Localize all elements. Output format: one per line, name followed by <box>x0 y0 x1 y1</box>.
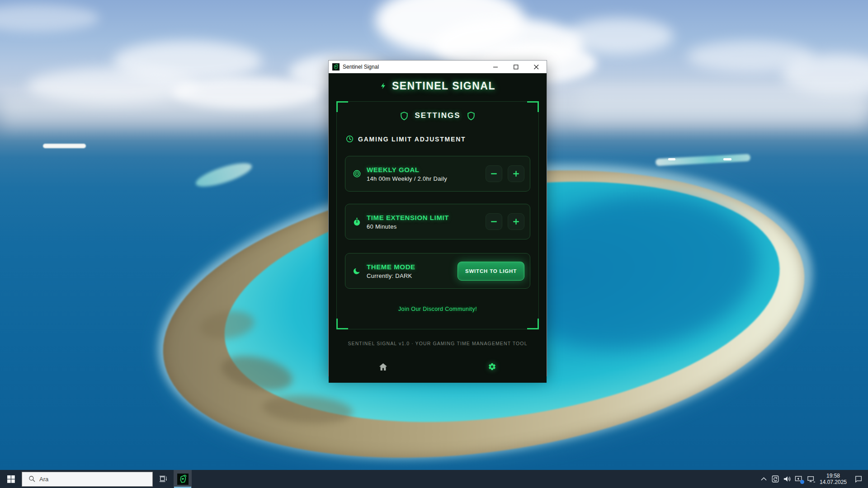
app-header: SENTINEL SIGNAL <box>329 79 547 93</box>
shield-icon <box>467 111 475 121</box>
plus-icon <box>512 218 520 225</box>
clock-icon <box>346 135 354 143</box>
windows-logo-icon <box>7 475 15 483</box>
gear-icon <box>488 362 496 371</box>
desktop-wallpaper: Sentinel Signal SENTINEL SIGNAL <box>0 0 868 470</box>
reef-patch <box>193 159 254 192</box>
sentinel-signal-window: Sentinel Signal SENTINEL SIGNAL <box>328 60 547 376</box>
plus-icon <box>512 170 520 178</box>
tablet-sync-tray-icon[interactable] <box>769 470 781 488</box>
task-view-icon <box>159 475 167 483</box>
settings-title: SETTINGS <box>415 111 460 120</box>
window-titlebar[interactable]: Sentinel Signal <box>329 61 547 73</box>
time-extension-stepper <box>486 213 524 230</box>
theme-mode-card: THEME MODE Currently: DARK SWITCH TO LIG… <box>345 253 530 289</box>
stopwatch-icon <box>352 217 362 226</box>
clock-time: 19:58 <box>817 473 849 479</box>
card-title: THEME MODE <box>367 263 415 271</box>
action-center-button[interactable] <box>849 470 868 488</box>
network-tray-icon[interactable] <box>805 470 817 488</box>
taskbar-search[interactable] <box>22 472 153 487</box>
settings-title-row: SETTINGS <box>337 110 538 122</box>
time-extension-increase-button[interactable] <box>508 213 524 230</box>
weekly-goal-decrease-button[interactable] <box>486 165 502 182</box>
card-subtitle: Currently: DARK <box>367 272 415 279</box>
tablet-sync-icon <box>771 475 779 483</box>
minus-icon <box>490 170 498 178</box>
app-title: SENTINEL SIGNAL <box>392 80 495 92</box>
moon-icon <box>352 267 362 275</box>
weekly-goal-increase-button[interactable] <box>508 165 524 182</box>
search-icon <box>28 475 36 483</box>
horizon-haze <box>579 81 868 122</box>
target-icon <box>352 169 362 178</box>
app-icon <box>332 63 340 70</box>
settings-panel: SETTINGS GAMING LIMIT ADJUSTMENT <box>336 101 539 329</box>
minus-icon <box>490 218 498 225</box>
taskbar: 19:58 14.07.2025 <box>0 470 868 488</box>
card-title: TIME EXTENSION LIMIT <box>367 214 449 221</box>
speaker-icon <box>783 475 791 483</box>
weekly-goal-card: WEEKLY GOAL 14h 00m Weekly / 2.0hr Daily <box>345 156 530 192</box>
action-center-icon <box>854 475 863 483</box>
weekly-goal-stepper <box>486 165 524 182</box>
chevron-up-icon <box>761 477 767 481</box>
start-button[interactable] <box>0 470 22 488</box>
system-tray: 19:58 14.07.2025 <box>758 470 868 488</box>
notification-badge <box>800 480 804 484</box>
app-footer-text: SENTINEL SIGNAL v1.0 · YOUR GAMING TIME … <box>329 341 547 346</box>
network-icon <box>807 475 816 483</box>
display-share-tray-icon[interactable] <box>793 470 805 488</box>
show-hidden-icons-button[interactable] <box>758 470 769 488</box>
shield-icon <box>400 111 408 121</box>
card-subtitle: 14h 00m Weekly / 2.0hr Daily <box>367 175 447 182</box>
search-input[interactable] <box>39 476 143 483</box>
clock-date: 14.07.2025 <box>817 479 849 485</box>
bottom-nav <box>329 362 547 373</box>
window-title: Sentinel Signal <box>343 64 486 70</box>
card-title: WEEKLY GOAL <box>367 166 447 174</box>
corner-bracket <box>336 319 348 329</box>
nav-home-button[interactable] <box>379 363 387 373</box>
corner-bracket <box>336 101 348 112</box>
section-title: GAMING LIMIT ADJUSTMENT <box>358 136 466 143</box>
app-icon <box>177 474 189 485</box>
section-header: GAMING LIMIT ADJUSTMENT <box>346 135 538 143</box>
close-button[interactable] <box>526 61 547 73</box>
bolt-icon <box>380 81 387 91</box>
discord-link[interactable]: Join Our Discord Community! <box>337 306 538 312</box>
distant-island <box>43 144 86 148</box>
taskbar-app-sentinel-signal[interactable] <box>174 470 192 488</box>
maximize-button[interactable] <box>506 61 526 73</box>
task-view-button[interactable] <box>153 470 174 488</box>
settings-cards: WEEKLY GOAL 14h 00m Weekly / 2.0hr Daily <box>337 156 538 289</box>
home-icon <box>379 363 387 371</box>
corner-bracket <box>527 101 539 112</box>
time-extension-card: TIME EXTENSION LIMIT 60 Minutes <box>345 204 530 239</box>
nav-settings-button[interactable] <box>488 362 496 373</box>
corner-bracket <box>527 319 539 329</box>
minimize-button[interactable] <box>486 61 506 73</box>
app-content: SENTINEL SIGNAL SETTINGS <box>329 79 547 383</box>
time-extension-decrease-button[interactable] <box>486 213 502 230</box>
switch-theme-button[interactable]: SWITCH TO LIGHT <box>458 262 524 281</box>
cloud <box>565 18 674 54</box>
card-subtitle: 60 Minutes <box>367 223 449 230</box>
volume-tray-icon[interactable] <box>781 470 793 488</box>
taskbar-clock[interactable]: 19:58 14.07.2025 <box>817 473 849 485</box>
cloud <box>0 5 99 32</box>
